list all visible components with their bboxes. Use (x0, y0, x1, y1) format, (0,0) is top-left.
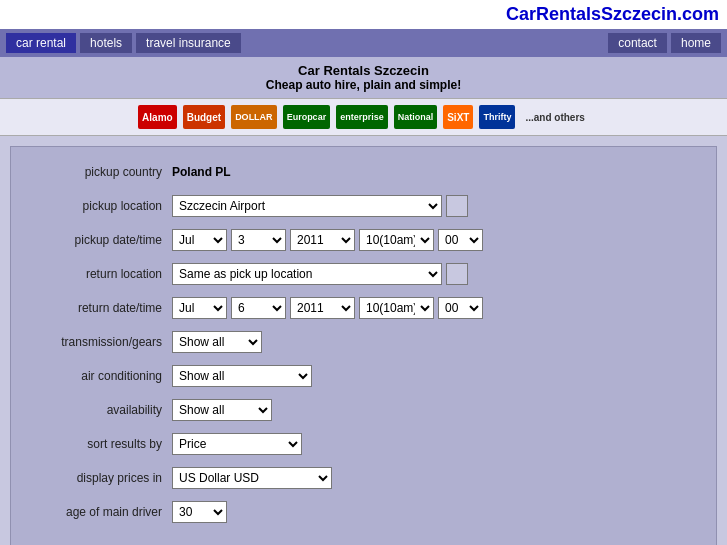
return-month-select[interactable]: Jul (172, 297, 227, 319)
tagline-site-name: Car Rentals Szczecin (6, 63, 721, 78)
brand-others: ...and others (521, 105, 588, 129)
ac-label: air conditioning (27, 369, 172, 383)
nav-travel-insurance[interactable]: travel insurance (136, 33, 241, 53)
age-label: age of main driver (27, 505, 172, 519)
pickup-country-row: pickup country Poland PL (27, 159, 700, 185)
return-day-select[interactable]: 6 (231, 297, 286, 319)
pickup-country-label: pickup country (27, 165, 172, 179)
availability-label: availability (27, 403, 172, 417)
age-select[interactable]: 30 (172, 501, 227, 523)
brand-alamo[interactable]: Alamo (138, 105, 177, 129)
brand-enterprise[interactable]: enterprise (336, 105, 388, 129)
currency-label: display prices in (27, 471, 172, 485)
ac-row: air conditioning Show all (27, 363, 700, 389)
ac-select[interactable]: Show all (172, 365, 312, 387)
return-datetime-row: return date/time Jul 6 2011 10(10am): 00 (27, 295, 700, 321)
pickup-location-row: pickup location Szczecin Airport (27, 193, 700, 219)
brands-bar: Alamo Budget DOLLAR Europcar enterprise … (0, 98, 727, 136)
pickup-location-select[interactable]: Szczecin Airport (172, 195, 442, 217)
brand-sixt[interactable]: SiXT (443, 105, 473, 129)
return-location-select[interactable]: Same as pick up location (172, 263, 442, 285)
brand-dollar[interactable]: DOLLAR (231, 105, 277, 129)
age-row: age of main driver 30 (27, 499, 700, 525)
pickup-country-control: Poland PL (172, 165, 700, 179)
currency-row: display prices in US Dollar USD (27, 465, 700, 491)
sort-control: Price (172, 433, 700, 455)
return-hour-select[interactable]: 10(10am): (359, 297, 434, 319)
site-title: CarRentalsSzczecin.com (506, 4, 719, 24)
return-location-control: Same as pick up location (172, 263, 700, 285)
brand-budget[interactable]: Budget (183, 105, 225, 129)
pickup-month-select[interactable]: Jul (172, 229, 227, 251)
pickup-datetime-label: pickup date/time (27, 233, 172, 247)
nav-car-rental[interactable]: car rental (6, 33, 76, 53)
return-location-info-btn[interactable] (446, 263, 468, 285)
pickup-hour-select[interactable]: 10(10am): (359, 229, 434, 251)
tagline: Car Rentals Szczecin Cheap auto hire, pl… (0, 57, 727, 98)
nav-contact[interactable]: contact (608, 33, 667, 53)
pickup-min-select[interactable]: 00 (438, 229, 483, 251)
pickup-datetime-control: Jul 3 2011 10(10am): 00 (172, 229, 700, 251)
pickup-year-select[interactable]: 2011 (290, 229, 355, 251)
return-location-label: return location (27, 267, 172, 281)
pickup-location-label: pickup location (27, 199, 172, 213)
brand-europcar[interactable]: Europcar (283, 105, 331, 129)
return-min-select[interactable]: 00 (438, 297, 483, 319)
brand-national[interactable]: National (394, 105, 438, 129)
ac-control: Show all (172, 365, 700, 387)
transmission-control: Show all (172, 331, 700, 353)
pickup-datetime-row: pickup date/time Jul 3 2011 10(10am): 00 (27, 227, 700, 253)
availability-row: availability Show all (27, 397, 700, 423)
currency-select[interactable]: US Dollar USD (172, 467, 332, 489)
return-datetime-label: return date/time (27, 301, 172, 315)
sort-label: sort results by (27, 437, 172, 451)
return-datetime-control: Jul 6 2011 10(10am): 00 (172, 297, 700, 319)
nav-home[interactable]: home (671, 33, 721, 53)
tagline-slogan: Cheap auto hire, plain and simple! (6, 78, 721, 92)
availability-select[interactable]: Show all (172, 399, 272, 421)
pickup-location-info-btn[interactable] (446, 195, 468, 217)
transmission-label: transmission/gears (27, 335, 172, 349)
main-content: pickup country Poland PL pickup location… (0, 136, 727, 545)
age-control: 30 (172, 501, 700, 523)
pickup-location-control: Szczecin Airport (172, 195, 700, 217)
site-header: CarRentalsSzczecin.com (0, 0, 727, 29)
currency-control: US Dollar USD (172, 467, 700, 489)
pickup-day-select[interactable]: 3 (231, 229, 286, 251)
sort-select[interactable]: Price (172, 433, 302, 455)
availability-control: Show all (172, 399, 700, 421)
nav-right: contact home (608, 33, 721, 53)
form-container: pickup country Poland PL pickup location… (10, 146, 717, 545)
transmission-select[interactable]: Show all (172, 331, 262, 353)
return-location-row: return location Same as pick up location (27, 261, 700, 287)
brand-thrifty[interactable]: Thrifty (479, 105, 515, 129)
nav-bar: car rental hotels travel insurance conta… (0, 29, 727, 57)
sort-row: sort results by Price (27, 431, 700, 457)
transmission-row: transmission/gears Show all (27, 329, 700, 355)
return-year-select[interactable]: 2011 (290, 297, 355, 319)
nav-hotels[interactable]: hotels (80, 33, 132, 53)
pickup-country-value: Poland PL (172, 165, 231, 179)
